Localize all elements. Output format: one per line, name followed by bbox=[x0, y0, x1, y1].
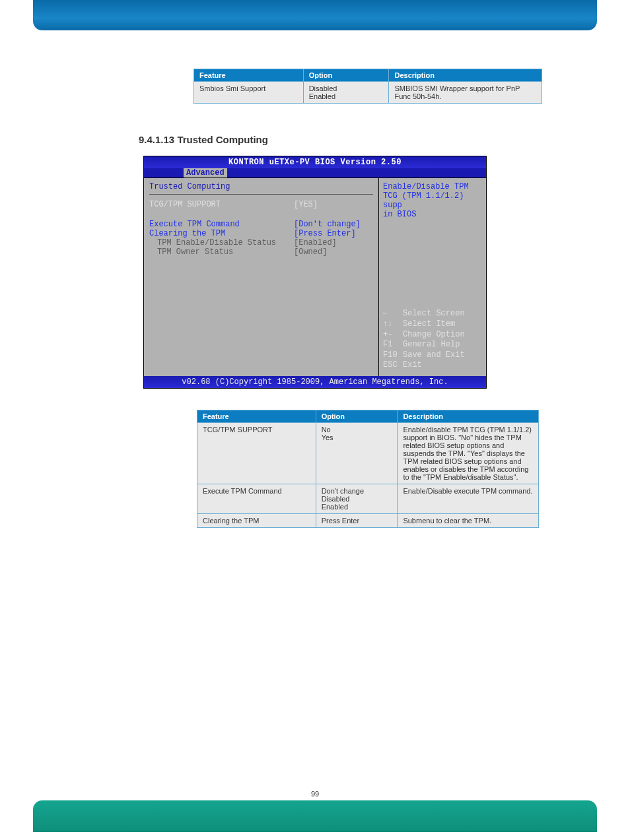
cell-feature: TCG/TPM SUPPORT bbox=[197, 423, 316, 484]
bios-hint-key: ↑↓ bbox=[383, 319, 403, 330]
bios-item-value: [Press Enter] bbox=[294, 229, 373, 238]
bios-hint-key: ← bbox=[383, 309, 403, 319]
bios-tab-advanced: Advanced bbox=[184, 168, 227, 178]
bios-item-label: TPM Enable/Disable Status bbox=[149, 238, 294, 247]
bios-item: TPM Enable/Disable Status[Enabled] bbox=[149, 238, 373, 247]
table-row: Clearing the TPMPress EnterSubmenu to cl… bbox=[197, 514, 539, 528]
bios-item: TPM Owner Status[Owned] bbox=[149, 247, 373, 257]
bios-item: Clearing the TPM[Press Enter] bbox=[149, 229, 373, 238]
bios-item-label: TPM Owner Status bbox=[149, 247, 294, 257]
table-row: Execute TPM CommandDon't changeDisabledE… bbox=[197, 484, 539, 514]
bios-item-label: Clearing the TPM bbox=[149, 229, 294, 238]
bios-item: Execute TPM Command[Don't change] bbox=[149, 220, 373, 229]
cell-feature: Clearing the TPM bbox=[197, 514, 316, 528]
cell-feature: Smbios Smi Support bbox=[194, 82, 304, 104]
col-feature: Feature bbox=[197, 410, 316, 423]
bios-screenshot: KONTRON uETXe-PV BIOS Version 2.50 Advan… bbox=[143, 156, 487, 389]
cell-description: Enable/Disable execute TPM command. bbox=[398, 484, 539, 514]
col-feature: Feature bbox=[194, 69, 304, 82]
cell-description: Enable/disable TPM TCG (TPM 1.1/1.2) sup… bbox=[398, 423, 539, 484]
bios-hint-label: Change Option bbox=[403, 330, 465, 340]
smbios-table: Feature Option Description Smbios Smi Su… bbox=[193, 69, 542, 104]
bios-item-label: TCG/TPM SUPPORT bbox=[149, 200, 294, 209]
cell-option: Press Enter bbox=[316, 514, 398, 528]
bios-right-pane: Enable/Disable TPMTCG (TPM 1.1/1.2) supp… bbox=[379, 178, 486, 376]
bios-key-hints: ←Select Screen↑↓Select Item+-Change Opti… bbox=[383, 309, 465, 371]
section-heading: 9.4.1.13 Trusted Computing bbox=[139, 134, 597, 145]
bios-hint-key: +- bbox=[383, 330, 403, 340]
bios-hint-key: F10 bbox=[383, 350, 403, 361]
bios-group-title: Trusted Computing bbox=[149, 182, 373, 191]
bios-hint: ↑↓Select Item bbox=[383, 319, 465, 330]
bios-hint-key: ESC bbox=[383, 360, 403, 371]
top-banner bbox=[33, 0, 597, 30]
table-row: TCG/TPM SUPPORTNoYesEnable/disable TPM T… bbox=[197, 423, 539, 484]
col-option: Option bbox=[316, 410, 398, 423]
cell-option: DisabledEnabled bbox=[303, 82, 389, 104]
bios-hint: ESCExit bbox=[383, 360, 465, 371]
bios-hint-label: Exit bbox=[403, 360, 422, 371]
bios-item-value: [Don't change] bbox=[294, 220, 373, 229]
bios-hint-label: Save and Exit bbox=[403, 350, 465, 361]
bios-help-text: Enable/Disable TPMTCG (TPM 1.1/1.2) supp… bbox=[383, 182, 482, 219]
col-description: Description bbox=[398, 410, 539, 423]
col-option: Option bbox=[303, 69, 389, 82]
bios-item: TCG/TPM SUPPORT[YES] bbox=[149, 200, 373, 209]
page-number: 99 bbox=[33, 790, 597, 798]
bios-hint-label: General Help bbox=[403, 340, 460, 350]
bios-tab-row: Advanced bbox=[144, 168, 486, 178]
bios-hint: F1General Help bbox=[383, 340, 465, 350]
table-row: Smbios Smi SupportDisabledEnabledSMBIOS … bbox=[194, 82, 542, 104]
bios-item-value: [YES] bbox=[294, 200, 373, 209]
bios-hint: ←Select Screen bbox=[383, 309, 465, 319]
bios-left-pane: Trusted Computing TCG/TPM SUPPORT[YES]Ex… bbox=[144, 178, 379, 376]
cell-description: SMBIOS SMI Wrapper support for PnP Func … bbox=[389, 82, 542, 104]
bios-item-value: [Owned] bbox=[294, 247, 373, 257]
bios-hint-label: Select Screen bbox=[403, 309, 465, 319]
trusted-computing-table: Feature Option Description TCG/TPM SUPPO… bbox=[197, 410, 539, 528]
cell-option: Don't changeDisabledEnabled bbox=[316, 484, 398, 514]
bios-item-label: Execute TPM Command bbox=[149, 220, 294, 229]
bottom-banner bbox=[33, 800, 597, 832]
cell-description: Submenu to clear the TPM. bbox=[398, 514, 539, 528]
table-header-row: Feature Option Description bbox=[197, 410, 539, 423]
cell-option: NoYes bbox=[316, 423, 398, 484]
bios-footer: v02.68 (C)Copyright 1985-2009, American … bbox=[144, 376, 486, 388]
bios-item-value: [Enabled] bbox=[294, 238, 373, 247]
col-description: Description bbox=[389, 69, 542, 82]
bios-hint: F10Save and Exit bbox=[383, 350, 465, 361]
bios-hint-key: F1 bbox=[383, 340, 403, 350]
bios-hint-label: Select Item bbox=[403, 319, 455, 330]
bios-title: KONTRON uETXe-PV BIOS Version 2.50 bbox=[144, 156, 486, 168]
table-header-row: Feature Option Description bbox=[194, 69, 542, 82]
cell-feature: Execute TPM Command bbox=[197, 484, 316, 514]
bios-hint: +-Change Option bbox=[383, 330, 465, 340]
